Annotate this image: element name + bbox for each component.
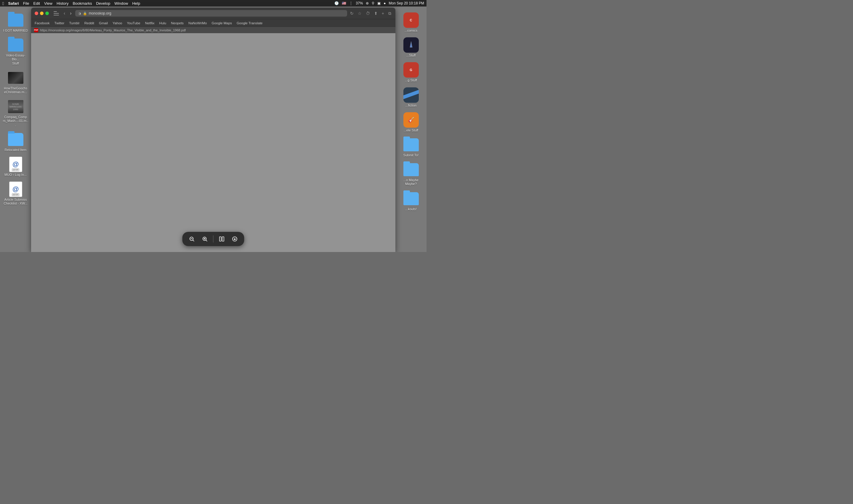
icon-label-ukulele: ...ele Stuff bbox=[404, 128, 418, 132]
icon-label-compaq: Compaq_Comprs_Mash...-01.m... bbox=[3, 115, 29, 127]
bookmark-youtube[interactable]: YouTube bbox=[127, 21, 140, 25]
bookmarks-bar: Facebook Twitter Tumblr Reddit Gmail Yah… bbox=[31, 19, 395, 26]
wifi-icon[interactable]: ⊛ bbox=[366, 1, 369, 5]
back-button[interactable]: ‹ bbox=[63, 10, 66, 17]
icon-label-submit-to: Submit To! bbox=[403, 154, 419, 157]
app-name[interactable]: Safari bbox=[8, 1, 19, 6]
new-tab-button[interactable]: + bbox=[381, 11, 385, 16]
icon-label-video-essay: Video-Essay-Blo...Stuff bbox=[3, 54, 29, 66]
zoom-out-button[interactable] bbox=[187, 234, 197, 244]
menu-history[interactable]: History bbox=[57, 1, 68, 6]
window-buttons bbox=[35, 12, 49, 15]
menu-window[interactable]: Window bbox=[114, 1, 128, 6]
svg-rect-8 bbox=[219, 237, 221, 241]
desktop-icon-howthegooch[interactable]: HowTheGoochseChristmas.m... bbox=[1, 69, 30, 95]
apple-menu[interactable]:  bbox=[2, 1, 4, 6]
desktop-icons-right: C ...comics ...Stuff G ...g Stuff ...fic… bbox=[395, 9, 427, 216]
menu-file[interactable]: File bbox=[23, 1, 29, 6]
svg-line-2 bbox=[193, 240, 194, 241]
reader-mode-button[interactable] bbox=[217, 234, 227, 244]
toolbar-divider bbox=[213, 235, 214, 242]
privacy-icon: ◑ bbox=[78, 12, 81, 15]
svg-marker-0 bbox=[410, 41, 412, 48]
desktop-icon-submit-to[interactable]: Submit To! bbox=[397, 136, 425, 158]
search-icon[interactable]: ⚲ bbox=[372, 1, 374, 5]
icon-label-stuff1: ...Stuff bbox=[406, 54, 416, 57]
bluetooth-icon[interactable]: ⋮ bbox=[349, 1, 353, 5]
bookmark-yahoo[interactable]: Yahoo bbox=[112, 21, 122, 25]
bookmark-twitter[interactable]: Twitter bbox=[54, 21, 65, 25]
icon-label-fiction: ...fiction bbox=[406, 104, 417, 108]
desktop-icon-comics[interactable]: C ...comics bbox=[397, 11, 425, 34]
desktop-icon-stuff1[interactable]: ...Stuff bbox=[397, 36, 425, 59]
bookmark-google-translate[interactable]: Google Translate bbox=[237, 21, 263, 25]
desktop-icon-fiction[interactable]: ...fiction bbox=[397, 86, 425, 109]
battery-indicator[interactable]: 37% bbox=[356, 1, 363, 5]
address-bar[interactable]: ◑ 🔒 monoskop.org bbox=[75, 10, 347, 17]
desktop-icon-stuff2[interactable]: G ...g Stuff bbox=[397, 61, 425, 84]
bookmark-tumblr[interactable]: Tumblr bbox=[69, 21, 79, 25]
desktop-icon-maybe[interactable]: ...o MaybeMaybe? bbox=[397, 161, 425, 187]
siri-icon[interactable]: ● bbox=[384, 1, 386, 5]
bookmark-hulu[interactable]: Hulu bbox=[159, 21, 166, 25]
pdf-file-icon: PDF bbox=[34, 28, 38, 32]
desktop-icons-left: I GOT MARRIED Video-Essay-Blo...Stuff Ho… bbox=[0, 9, 31, 211]
pdf-content-area[interactable] bbox=[31, 33, 395, 252]
bookmark-button[interactable]: ☆ bbox=[357, 11, 362, 16]
download-button[interactable] bbox=[230, 234, 239, 244]
icon-label-howthegooch: HowTheGoochseChristmas.m... bbox=[4, 87, 27, 94]
lock-icon: 🔒 bbox=[83, 12, 87, 15]
maximize-button[interactable] bbox=[45, 12, 49, 15]
minimize-button[interactable] bbox=[40, 12, 43, 15]
icon-label-maybe: ...o MaybeMaybe? bbox=[403, 178, 419, 186]
bookmark-reddit[interactable]: Reddit bbox=[84, 21, 94, 25]
icon-label-checkouts: ...kouts! bbox=[405, 207, 417, 211]
close-button[interactable] bbox=[35, 12, 38, 15]
forward-button[interactable]: › bbox=[69, 10, 73, 17]
menu-edit[interactable]: Edit bbox=[34, 1, 40, 6]
bookmark-netflix[interactable]: Netflix bbox=[145, 21, 155, 25]
pdf-toolbar bbox=[182, 232, 244, 246]
menu-help[interactable]: Help bbox=[132, 1, 140, 6]
desktop-icon-ukulele[interactable]: 🎸 ...ele Stuff bbox=[397, 111, 425, 133]
desktop-icon-compaq[interactable]: SOMEMIRACLES1950 Compaq_Comprs_Mash...-0… bbox=[1, 98, 30, 128]
menu-bookmarks[interactable]: Bookmarks bbox=[73, 1, 92, 6]
desktop-icon-video-essay[interactable]: Video-Essay-Blo...Stuff bbox=[1, 36, 30, 67]
datetime-display: Mon Sep 20 10:18 PM bbox=[389, 1, 424, 5]
address-text: monoskop.org bbox=[89, 11, 344, 15]
menu-view[interactable]: View bbox=[44, 1, 52, 6]
desktop-icon-article-submission[interactable]: @ HTTP Article SubmissChecklist - XW... bbox=[1, 180, 30, 207]
svg-line-5 bbox=[206, 240, 207, 241]
control-center-icon[interactable]: ▣ bbox=[377, 1, 380, 5]
browser-window: ‹ › ◑ 🔒 monoskop.org ↻ ☆ ⏱ ⬆ + ⧉ Faceboo… bbox=[31, 8, 395, 252]
icon-label-article-submission: Article SubmissChecklist - XW... bbox=[3, 198, 28, 205]
pdf-url-text: https://monoskop.org/images/8/80/Merleau… bbox=[40, 29, 186, 32]
bookmark-google-maps[interactable]: Google Maps bbox=[212, 21, 232, 25]
menubar:  Safari File Edit View History Bookmark… bbox=[0, 0, 427, 6]
bookmark-nanowrimo[interactable]: NaNoWriMo bbox=[189, 21, 207, 25]
icon-label-muo: MUO ‹ Log In... bbox=[4, 173, 26, 177]
sidebar-toggle-button[interactable] bbox=[54, 11, 59, 15]
icon-label-relocated: Relocated Item bbox=[5, 148, 26, 152]
desktop-icon-muo[interactable]: @ HTTP MUO ‹ Log In... bbox=[1, 156, 30, 178]
title-bar: ‹ › ◑ 🔒 monoskop.org ↻ ☆ ⏱ ⬆ + ⧉ bbox=[31, 8, 395, 19]
icon-label-stuff2: ...g Stuff bbox=[405, 78, 417, 82]
bookmark-gmail[interactable]: Gmail bbox=[99, 21, 108, 25]
time-machine-icon[interactable]: 🕐 bbox=[334, 1, 339, 5]
pdf-url-bar: PDF https://monoskop.org/images/8/80/Mer… bbox=[31, 26, 395, 33]
bookmark-neopets[interactable]: Neopets bbox=[171, 21, 184, 25]
flag-icon[interactable]: 🇺🇸 bbox=[342, 1, 346, 5]
desktop-icon-relocated[interactable]: Relocated Item bbox=[1, 131, 30, 153]
share-button[interactable]: ⬆ bbox=[373, 11, 378, 16]
icon-label-married: I GOT MARRIED bbox=[3, 29, 28, 33]
desktop-icon-married[interactable]: I GOT MARRIED bbox=[1, 11, 30, 34]
history-button[interactable]: ⏱ bbox=[365, 11, 371, 16]
icon-label-comics: ...comics bbox=[405, 29, 417, 33]
bookmark-facebook[interactable]: Facebook bbox=[35, 21, 50, 25]
svg-rect-9 bbox=[222, 237, 224, 241]
desktop-icon-checkouts[interactable]: ...kouts! bbox=[397, 190, 425, 212]
reload-button[interactable]: ↻ bbox=[350, 11, 354, 16]
menu-develop[interactable]: Develop bbox=[96, 1, 110, 6]
zoom-in-button[interactable] bbox=[200, 234, 210, 244]
tab-overview-button[interactable]: ⧉ bbox=[388, 11, 392, 17]
